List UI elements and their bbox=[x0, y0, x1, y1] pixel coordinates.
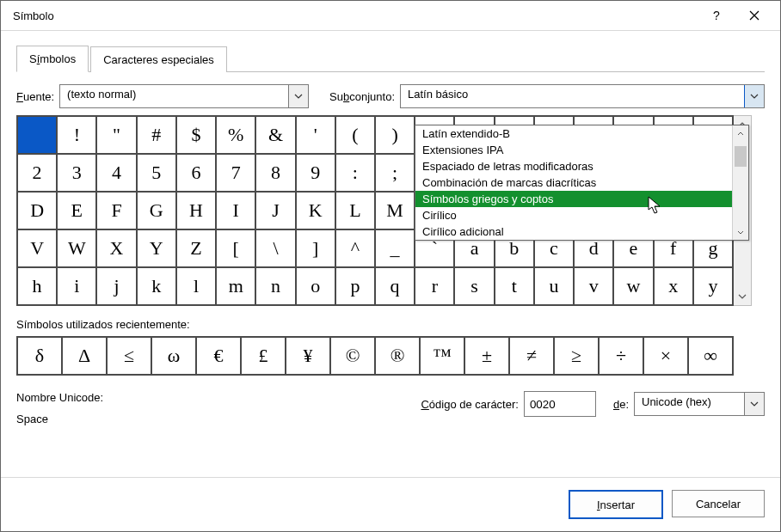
recent-char-cell[interactable]: € bbox=[196, 337, 241, 375]
subset-option[interactable]: Espaciado de letras modificadoras bbox=[415, 158, 732, 174]
recent-char-cell[interactable]: ≠ bbox=[509, 337, 554, 375]
char-cell[interactable]: J bbox=[255, 192, 295, 229]
char-cell[interactable]: p bbox=[335, 267, 375, 305]
char-cell[interactable]: K bbox=[296, 192, 335, 229]
char-cell[interactable]: h bbox=[17, 267, 57, 305]
char-cell[interactable]: y bbox=[693, 267, 733, 305]
char-cell[interactable]: & bbox=[255, 116, 295, 154]
charcode-input[interactable] bbox=[524, 391, 596, 417]
char-cell[interactable]: n bbox=[255, 267, 295, 305]
char-cell[interactable]: l bbox=[176, 267, 216, 305]
char-cell[interactable]: L bbox=[335, 192, 375, 229]
char-cell[interactable]: G bbox=[137, 192, 176, 229]
char-cell[interactable]: V bbox=[17, 229, 57, 267]
tab-special-characters[interactable]: Caracteres especiales bbox=[90, 46, 227, 72]
char-cell[interactable]: X bbox=[96, 229, 136, 267]
scroll-up-button[interactable] bbox=[733, 125, 748, 141]
recent-char-cell[interactable]: ≤ bbox=[107, 337, 151, 375]
char-cell[interactable]: Z bbox=[176, 229, 216, 267]
char-cell[interactable]: W bbox=[57, 229, 96, 267]
subset-option[interactable]: Latín extendido-B bbox=[415, 125, 732, 142]
subset-option[interactable]: Extensiones IPA bbox=[415, 142, 732, 158]
recent-char-cell[interactable]: ™ bbox=[420, 337, 464, 375]
char-cell[interactable]: r bbox=[415, 267, 454, 305]
char-cell[interactable]: M bbox=[375, 192, 415, 229]
char-cell[interactable]: I bbox=[216, 192, 255, 229]
char-cell[interactable]: ! bbox=[57, 116, 96, 154]
char-cell[interactable]: E bbox=[57, 192, 96, 229]
char-cell[interactable]: % bbox=[216, 116, 255, 154]
char-cell[interactable]: 4 bbox=[96, 154, 136, 192]
char-cell[interactable]: o bbox=[296, 267, 335, 305]
char-cell[interactable]: w bbox=[613, 267, 653, 305]
char-cell[interactable]: 5 bbox=[137, 154, 176, 192]
char-cell[interactable]: \ bbox=[255, 229, 295, 267]
subset-combo-button[interactable] bbox=[744, 85, 764, 107]
char-cell[interactable]: x bbox=[654, 267, 693, 305]
char-cell[interactable]: v bbox=[574, 267, 613, 305]
recent-char-cell[interactable]: × bbox=[643, 337, 688, 375]
subset-option[interactable]: Símbolos griegos y coptos bbox=[415, 191, 732, 207]
char-cell[interactable]: 9 bbox=[296, 154, 335, 192]
char-cell[interactable]: Y bbox=[137, 229, 176, 267]
recent-char-cell[interactable]: £ bbox=[241, 337, 286, 375]
char-cell[interactable]: ; bbox=[375, 154, 415, 192]
scroll-thumb[interactable] bbox=[735, 146, 747, 167]
char-cell[interactable]: : bbox=[335, 154, 375, 192]
char-cell[interactable]: i bbox=[57, 267, 96, 305]
scroll-track[interactable] bbox=[733, 172, 748, 224]
char-cell[interactable]: 6 bbox=[176, 154, 216, 192]
recent-char-cell[interactable]: δ bbox=[17, 337, 62, 375]
dropdown-scrollbar[interactable] bbox=[732, 125, 748, 240]
char-cell[interactable]: ' bbox=[296, 116, 335, 154]
char-cell[interactable]: ( bbox=[335, 116, 375, 154]
char-cell[interactable]: ) bbox=[375, 116, 415, 154]
tab-symbols[interactable]: Símbolos bbox=[16, 46, 89, 72]
char-cell[interactable]: 3 bbox=[57, 154, 96, 192]
char-cell[interactable]: $ bbox=[176, 116, 216, 154]
char-cell[interactable]: j bbox=[96, 267, 136, 305]
char-cell[interactable]: # bbox=[137, 116, 176, 154]
char-cell[interactable]: _ bbox=[375, 229, 415, 267]
subset-combo[interactable]: Latín básico bbox=[400, 84, 765, 108]
recent-char-cell[interactable]: ® bbox=[375, 337, 420, 375]
scroll-down-button[interactable] bbox=[734, 288, 751, 305]
font-combo-button[interactable] bbox=[288, 85, 308, 107]
cancel-button[interactable]: Cancelar bbox=[672, 490, 765, 517]
char-cell[interactable]: 7 bbox=[216, 154, 255, 192]
recent-char-cell[interactable]: ∞ bbox=[688, 337, 733, 375]
char-cell[interactable]: 2 bbox=[17, 154, 57, 192]
char-cell[interactable]: k bbox=[137, 267, 176, 305]
recent-char-cell[interactable]: ¥ bbox=[286, 337, 330, 375]
recent-char-cell[interactable]: © bbox=[330, 337, 375, 375]
char-cell[interactable]: m bbox=[216, 267, 255, 305]
char-cell[interactable]: ^ bbox=[335, 229, 375, 267]
from-combo-button[interactable] bbox=[744, 393, 764, 415]
font-combo[interactable]: (texto normal) bbox=[59, 84, 309, 108]
char-cell[interactable]: [ bbox=[216, 229, 255, 267]
recent-char-cell[interactable]: ± bbox=[464, 337, 509, 375]
subset-option[interactable]: Combinación de marcas diacríticas bbox=[415, 174, 732, 191]
subset-option[interactable]: Cirílico adicional bbox=[415, 223, 732, 240]
char-cell[interactable]: 8 bbox=[255, 154, 295, 192]
recent-char-cell[interactable]: ω bbox=[151, 337, 196, 375]
char-cell[interactable]: q bbox=[375, 267, 415, 305]
char-cell[interactable]: u bbox=[534, 267, 574, 305]
insert-button[interactable]: Insertar bbox=[569, 490, 663, 519]
char-cell[interactable]: ] bbox=[296, 229, 335, 267]
help-button[interactable]: ? bbox=[698, 3, 735, 28]
char-cell[interactable]: t bbox=[495, 267, 534, 305]
scroll-down-button[interactable] bbox=[733, 224, 748, 240]
recent-char-cell[interactable]: ÷ bbox=[599, 337, 643, 375]
char-cell[interactable]: " bbox=[96, 116, 136, 154]
recent-char-cell[interactable]: ≥ bbox=[554, 337, 599, 375]
recent-char-cell[interactable]: Δ bbox=[62, 337, 107, 375]
char-cell[interactable]: D bbox=[17, 192, 57, 229]
subset-option[interactable]: Cirílico bbox=[415, 207, 732, 223]
close-button[interactable] bbox=[735, 3, 773, 28]
char-cell[interactable]: H bbox=[176, 192, 216, 229]
from-combo[interactable]: Unicode (hex) bbox=[634, 392, 765, 416]
char-cell[interactable] bbox=[17, 116, 57, 154]
char-cell[interactable]: s bbox=[454, 267, 494, 305]
char-cell[interactable]: F bbox=[96, 192, 136, 229]
